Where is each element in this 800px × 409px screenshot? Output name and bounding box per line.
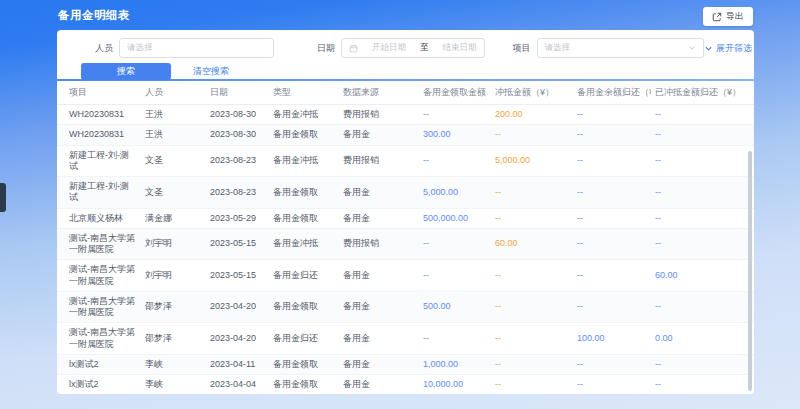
table-body: WH20230831王洪2023-08-30备用金冲抵费用报销--200.00-… [57,105,754,395]
table-row[interactable]: 测试-南昌大学第一附属医院刘宇明2023-05-15备用金归还备用金------… [57,260,754,292]
cell-offset-return: -- [651,105,754,125]
cell-type: 备用金领取 [269,125,339,145]
cell-offset-return: -- [651,125,754,145]
cell-offset-return: -- [651,208,754,228]
cell-date: 2023-08-23 [206,145,269,177]
expand-filters-link[interactable]: 展开筛选 [704,42,752,55]
export-icon [712,12,722,22]
cell-project: WH20230831 [57,105,141,125]
cell-type: 备用金领取 [269,375,339,395]
column-header: 数据来源 [339,81,419,105]
table-row[interactable]: 新建工程-刘-测试文圣2023-08-23备用金领取备用金5,000.00---… [57,177,754,209]
table-header: 项目人员日期类型数据来源备用金领取金额（¥）冲抵金额（¥）备用金余额归还（¥）已… [57,81,754,105]
chevron-down-icon [704,44,713,53]
export-button[interactable]: 导出 [703,7,753,26]
cell-source: 备用金 [339,125,419,145]
cell-offset: -- [491,177,573,209]
export-button-label: 导出 [726,10,744,23]
cell-received: -- [419,260,491,292]
cell-offset: -- [491,291,573,323]
cell-offset: -- [491,125,573,145]
column-header: 备用金余额归还（¥） [573,81,651,105]
cell-type: 备用金归还 [269,260,339,292]
cell-offset: -- [491,354,573,374]
date-range-separator: 至 [420,42,429,54]
cell-received: 1,000.00 [419,354,491,374]
cell-received: -- [419,228,491,260]
table-row[interactable]: 测试-南昌大学第一附属医院邵梦泽2023-04-20备用金领取备用金500.00… [57,291,754,323]
person-filter-input[interactable]: 请选择 [119,38,274,58]
date-filter-label: 日期 [317,42,335,55]
cell-type: 备用金归还 [269,323,339,355]
cell-person: 文圣 [141,177,206,209]
column-header: 冲抵金额（¥） [491,81,573,105]
cell-person: 王洪 [141,105,206,125]
cell-balance-return: -- [573,354,651,374]
cell-balance-return: -- [573,105,651,125]
table-scrollbar[interactable] [748,151,752,391]
cell-type: 备用金领取 [269,208,339,228]
cell-source: 备用金 [339,354,419,374]
petty-cash-table: 项目人员日期类型数据来源备用金领取金额（¥）冲抵金额（¥）备用金余额归还（¥）已… [57,81,754,394]
cell-source: 备用金 [339,375,419,395]
cell-person: 王洪 [141,125,206,145]
table-row[interactable]: 新建工程-刘-测试文圣2023-08-23备用金冲抵费用报销--5,000.00… [57,145,754,177]
cell-received: 300.00 [419,125,491,145]
cell-person: 刘宇明 [141,228,206,260]
cell-project: 新建工程-刘-测试 [57,145,141,177]
cell-project: lx测试2 [57,354,141,374]
chevron-down-icon [688,44,696,52]
cell-project: 测试-南昌大学第一附属医院 [57,323,141,355]
cell-date: 2023-04-11 [206,354,269,374]
cell-balance-return: -- [573,208,651,228]
app-window: 备用金明细表 导出 人员 请选择 日期 开始日期 至 结束日期 [0,0,800,409]
table-row[interactable]: WH20230831王洪2023-08-30备用金冲抵费用报销--200.00-… [57,105,754,125]
side-drawer-handle[interactable] [0,183,6,212]
cell-person: 满金娜 [141,208,206,228]
cell-person: 李峡 [141,375,206,395]
cell-offset: -- [491,208,573,228]
clear-search-link[interactable]: 清空搜索 [193,65,229,78]
cell-project: 北京顺义杨林 [57,208,141,228]
table-row[interactable]: 测试-南昌大学第一附属医院刘宇明2023-05-15备用金冲抵费用报销--60.… [57,228,754,260]
filter-panel: 人员 请选择 日期 开始日期 至 结束日期 项目 请选择 [57,30,754,79]
cell-offset: -- [491,260,573,292]
cell-source: 费用报销 [339,228,419,260]
cell-balance-return: -- [573,375,651,395]
cell-date: 2023-05-15 [206,260,269,292]
cell-offset: 60.00 [491,228,573,260]
project-filter-select[interactable]: 请选择 [537,38,704,58]
page-title: 备用金明细表 [58,8,130,23]
person-filter-placeholder: 请选择 [127,42,153,54]
cell-source: 备用金 [339,323,419,355]
column-header: 项目 [57,81,141,105]
cell-offset-return: -- [651,145,754,177]
cell-date: 2023-05-29 [206,208,269,228]
table-row[interactable]: 北京顺义杨林满金娜2023-05-29备用金领取备用金500,000.00---… [57,208,754,228]
cell-project: lx测试2 [57,375,141,395]
search-button[interactable]: 搜索 [81,63,171,80]
project-filter-placeholder: 请选择 [545,42,571,54]
table-row[interactable]: lx测试2李峡2023-04-04备用金领取备用金10,000.00------ [57,375,754,395]
cell-offset: -- [491,375,573,395]
date-range-input[interactable]: 开始日期 至 结束日期 [341,38,485,58]
table-row[interactable]: 测试-南昌大学第一附属医院邵梦泽2023-04-20备用金归还备用金----10… [57,323,754,355]
cell-project: 测试-南昌大学第一附属医院 [57,260,141,292]
cell-source: 备用金 [339,177,419,209]
table-row[interactable]: WH20230831王洪2023-08-30备用金领取备用金300.00----… [57,125,754,145]
cell-balance-return: -- [573,125,651,145]
cell-offset-return: 60.00 [651,260,754,292]
cell-balance-return: -- [573,177,651,209]
cell-person: 李峡 [141,354,206,374]
report-card: 人员 请选择 日期 开始日期 至 结束日期 项目 请选择 [57,30,754,394]
cell-person: 文圣 [141,145,206,177]
cell-offset-return: -- [651,354,754,374]
cell-date: 2023-08-23 [206,177,269,209]
cell-received: 500,000.00 [419,208,491,228]
cell-date: 2023-08-30 [206,125,269,145]
cell-balance-return: -- [573,260,651,292]
cell-source: 备用金 [339,291,419,323]
cell-balance-return: -- [573,291,651,323]
cell-received: -- [419,105,491,125]
table-row[interactable]: lx测试2李峡2023-04-11备用金领取备用金1,000.00------ [57,354,754,374]
